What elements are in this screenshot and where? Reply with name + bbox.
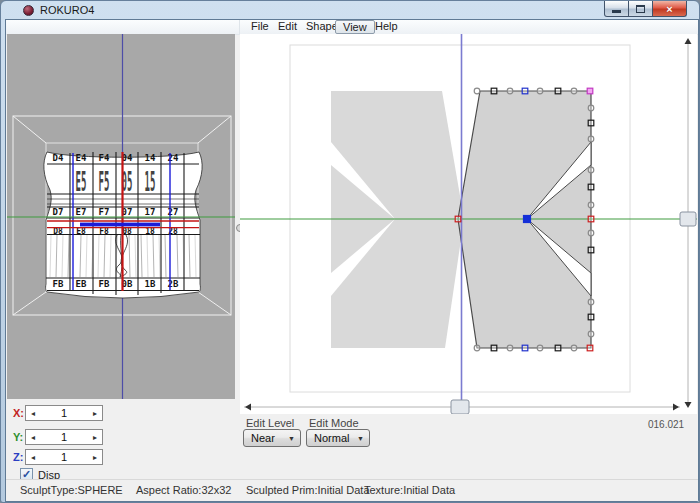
texture-hex-cell: FB	[53, 279, 64, 289]
x-axis-label: X:	[13, 407, 24, 419]
maximize-button[interactable]	[628, 1, 653, 17]
minimize-icon	[612, 10, 621, 13]
edit-mode-value: Normal	[307, 432, 352, 444]
control-point[interactable]	[507, 88, 513, 94]
texture-hex-cell: F5	[99, 167, 110, 198]
edit-mode-label: Edit Mode	[309, 417, 359, 429]
sculpt-cylinder: D4E4F4041424E5F50515D7E7F7071727D8E8F808…	[44, 152, 202, 298]
status-sculpt-type: SculptType:SPHERE	[20, 484, 123, 496]
control-point[interactable]	[474, 88, 480, 94]
vertical-slider-thumb[interactable]	[680, 212, 696, 226]
texture-hex-cell: 27	[168, 207, 179, 217]
texture-hex-cell: 24	[168, 153, 179, 163]
panel-seam	[239, 20, 240, 34]
preview-3d-canvas: D4E4F4041424E5F50515D7E7F7071727D8E8F808…	[7, 34, 235, 399]
spin-right-icon[interactable]: ▸	[88, 409, 102, 418]
control-point[interactable]	[588, 314, 594, 320]
spin-right-icon[interactable]: ▸	[88, 433, 102, 442]
menu-help[interactable]: Help	[368, 20, 405, 33]
control-point[interactable]	[537, 88, 543, 94]
control-point[interactable]	[587, 88, 593, 94]
title-bar[interactable]: ROKURO4 ×	[1, 1, 699, 19]
control-point[interactable]	[588, 167, 594, 173]
menu-bar: File Edit Shape View Help	[6, 20, 698, 35]
control-point[interactable]	[588, 120, 594, 126]
control-point[interactable]	[555, 345, 561, 351]
window-title: ROKURO4	[40, 4, 94, 16]
texture-hex-cell: F7	[99, 207, 110, 217]
close-button[interactable]: ×	[652, 1, 687, 17]
editor-panel[interactable]	[240, 34, 697, 414]
control-point[interactable]	[474, 345, 480, 351]
spin-left-icon[interactable]: ◂	[26, 409, 40, 418]
texture-hex-cell: F4	[99, 153, 110, 163]
status-aspect-ratio: Aspect Ratio:32x32	[136, 484, 231, 496]
control-point[interactable]	[537, 345, 543, 351]
control-point[interactable]	[588, 202, 594, 208]
control-point[interactable]	[555, 88, 561, 94]
y-rotate-spinner[interactable]: ◂ 1 ▸	[25, 429, 103, 445]
cursor-coords-readout: 016.021	[648, 419, 684, 430]
control-point[interactable]	[588, 216, 594, 222]
selected-control-point[interactable]	[524, 216, 531, 223]
texture-hex-cell: E5	[76, 167, 87, 198]
control-point[interactable]	[588, 299, 594, 305]
chevron-down-icon: ▼	[283, 435, 300, 442]
y-axis-label: Y:	[13, 431, 23, 443]
texture-hex-cell: D4	[53, 153, 64, 163]
status-bar: SculptType:SPHERE Aspect Ratio:32x32 Scu…	[6, 479, 698, 501]
edit-level-dropdown[interactable]: Near ▼	[243, 429, 301, 447]
close-icon: ×	[666, 2, 672, 16]
texture-hex-cell: D7	[53, 207, 64, 217]
preview-3d-panel[interactable]: D4E4F4041424E5F50515D7E7F7071727D8E8F808…	[7, 34, 235, 399]
y-rotate-value: 1	[61, 431, 67, 443]
control-point[interactable]	[588, 105, 594, 111]
control-point[interactable]	[522, 345, 528, 351]
control-point[interactable]	[507, 345, 513, 351]
spin-left-icon[interactable]: ◂	[26, 433, 40, 442]
status-sculpted-prim: Sculpted Prim:Initial Data	[246, 484, 370, 496]
texture-hex-cell: 14	[145, 153, 156, 163]
app-window: ROKURO4 × File Edit Shape View Help	[0, 0, 700, 503]
edit-level-label: Edit Level	[246, 417, 294, 429]
minimize-button[interactable]	[604, 1, 629, 17]
slider-right-arrow-icon[interactable]	[673, 404, 679, 411]
texture-hex-cell: 15	[145, 167, 156, 198]
edit-mode-dropdown[interactable]: Normal ▼	[306, 429, 370, 447]
slider-left-arrow-icon[interactable]	[245, 404, 251, 411]
horizontal-slider[interactable]	[244, 400, 680, 414]
control-point[interactable]	[588, 247, 594, 253]
control-point[interactable]	[587, 345, 593, 351]
control-point[interactable]	[522, 88, 528, 94]
control-point[interactable]	[491, 88, 497, 94]
control-point[interactable]	[588, 230, 594, 236]
vertical-slider[interactable]	[680, 38, 696, 408]
texture-hex-cell: E7	[76, 207, 87, 217]
control-point[interactable]	[571, 88, 577, 94]
maximize-icon	[636, 5, 645, 13]
z-rotate-value: 1	[61, 451, 67, 463]
control-point[interactable]	[588, 331, 594, 337]
slider-down-arrow-icon[interactable]	[685, 402, 692, 408]
texture-hex-cell: EB	[76, 279, 87, 289]
x-rotate-spinner[interactable]: ◂ 1 ▸	[25, 405, 103, 421]
texture-hex-cell: 2B	[168, 279, 179, 289]
edit-level-value: Near	[244, 432, 283, 444]
control-point[interactable]	[455, 216, 461, 222]
control-point[interactable]	[571, 345, 577, 351]
control-point[interactable]	[491, 345, 497, 351]
texture-hex-cell: FB	[99, 279, 110, 289]
z-rotate-spinner[interactable]: ◂ 1 ▸	[25, 449, 103, 465]
spin-left-icon[interactable]: ◂	[26, 453, 40, 462]
horizontal-slider-thumb[interactable]	[451, 400, 469, 414]
z-axis-label: Z:	[13, 451, 23, 463]
control-point[interactable]	[588, 184, 594, 190]
slider-up-arrow-icon[interactable]	[685, 38, 692, 44]
spin-right-icon[interactable]: ▸	[88, 453, 102, 462]
editor-canvas	[240, 34, 697, 414]
chevron-down-icon: ▼	[352, 435, 369, 442]
texture-hex-cell: 17	[145, 207, 156, 217]
texture-selected-row-band	[80, 223, 160, 227]
control-point[interactable]	[588, 136, 594, 142]
x-rotate-value: 1	[61, 407, 67, 419]
